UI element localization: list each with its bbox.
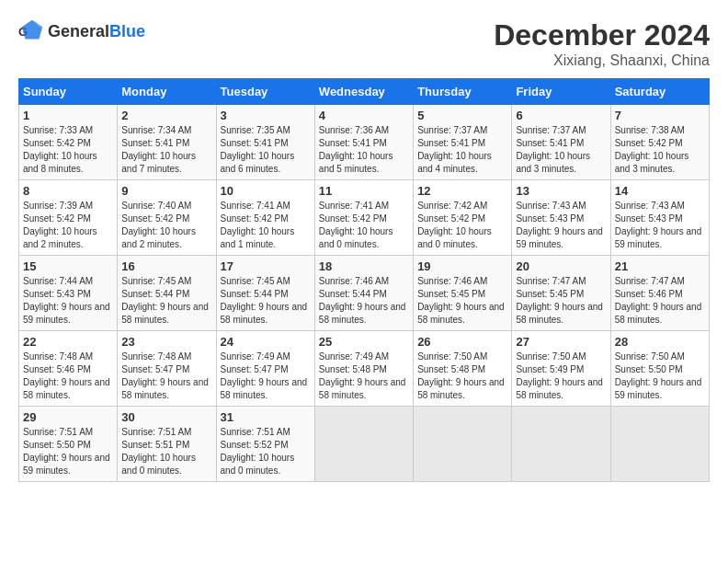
day-info: Sunrise: 7:50 AMSunset: 5:50 PMDaylight:… [615,350,705,402]
column-header-saturday: Saturday [610,79,709,105]
column-header-tuesday: Tuesday [216,79,314,105]
day-info: Sunrise: 7:43 AMSunset: 5:43 PMDaylight:… [516,200,606,251]
calendar-week-5: 29Sunrise: 7:51 AMSunset: 5:50 PMDayligh… [19,407,710,482]
calendar-cell: 17Sunrise: 7:45 AMSunset: 5:44 PMDayligh… [216,256,314,331]
day-number: 9 [121,184,211,198]
calendar-cell: 4Sunrise: 7:36 AMSunset: 5:41 PMDaylight… [314,105,413,180]
calendar-cell: 11Sunrise: 7:41 AMSunset: 5:42 PMDayligh… [314,180,413,256]
day-info: Sunrise: 7:49 AMSunset: 5:47 PMDaylight:… [221,350,311,402]
calendar-cell: 3Sunrise: 7:35 AMSunset: 5:41 PMDaylight… [216,105,314,180]
day-info: Sunrise: 7:44 AMSunset: 5:43 PMDaylight:… [23,275,113,327]
day-number: 11 [319,184,409,198]
calendar-week-3: 15Sunrise: 7:44 AMSunset: 5:43 PMDayligh… [19,256,710,331]
title-block: December 2024 Xixiang, Shaanxi, China [494,18,710,69]
day-number: 4 [319,109,409,122]
page-subtitle: Xixiang, Shaanxi, China [494,52,710,69]
calendar-cell: 19Sunrise: 7:46 AMSunset: 5:45 PMDayligh… [414,256,512,331]
day-number: 18 [319,259,409,273]
day-number: 19 [417,259,507,273]
day-number: 16 [121,259,211,273]
day-number: 2 [121,109,211,122]
calendar-cell: 13Sunrise: 7:43 AMSunset: 5:43 PMDayligh… [512,180,610,256]
day-number: 25 [319,335,409,349]
day-number: 27 [516,335,606,349]
day-info: Sunrise: 7:50 AMSunset: 5:48 PMDaylight:… [417,350,507,402]
day-number: 17 [221,259,311,273]
column-header-thursday: Thursday [414,79,512,105]
day-info: Sunrise: 7:46 AMSunset: 5:44 PMDaylight:… [319,275,409,327]
day-number: 5 [417,109,507,122]
page-title: December 2024 [494,18,710,52]
calendar-cell: 25Sunrise: 7:49 AMSunset: 5:48 PMDayligh… [314,331,413,407]
calendar-cell: 9Sunrise: 7:40 AMSunset: 5:42 PMDaylight… [118,180,216,256]
calendar-cell: 22Sunrise: 7:48 AMSunset: 5:46 PMDayligh… [19,331,118,407]
calendar-cell: 1Sunrise: 7:33 AMSunset: 5:42 PMDaylight… [19,105,118,180]
day-number: 20 [516,259,606,273]
calendar-cell: 20Sunrise: 7:47 AMSunset: 5:45 PMDayligh… [512,256,610,331]
day-number: 21 [615,259,705,273]
day-info: Sunrise: 7:35 AMSunset: 5:41 PMDaylight:… [221,124,311,176]
column-header-wednesday: Wednesday [314,79,413,105]
day-info: Sunrise: 7:48 AMSunset: 5:47 PMDaylight:… [121,350,211,402]
day-info: Sunrise: 7:49 AMSunset: 5:48 PMDaylight:… [319,350,409,402]
day-info: Sunrise: 7:33 AMSunset: 5:42 PMDaylight:… [23,124,113,176]
calendar-cell: 5Sunrise: 7:37 AMSunset: 5:41 PMDaylight… [414,105,512,180]
day-number: 29 [23,410,113,424]
calendar-cell: 10Sunrise: 7:41 AMSunset: 5:42 PMDayligh… [216,180,314,256]
day-number: 6 [516,109,606,122]
logo: G GeneralBlue [18,18,145,44]
column-header-friday: Friday [512,79,610,105]
calendar-cell-empty [512,407,610,482]
day-info: Sunrise: 7:39 AMSunset: 5:42 PMDaylight:… [23,200,113,251]
logo-general: General [48,22,109,40]
calendar-cell: 8Sunrise: 7:39 AMSunset: 5:42 PMDaylight… [19,180,118,256]
calendar-week-2: 8Sunrise: 7:39 AMSunset: 5:42 PMDaylight… [19,180,710,256]
calendar-cell: 29Sunrise: 7:51 AMSunset: 5:50 PMDayligh… [19,407,118,482]
day-info: Sunrise: 7:46 AMSunset: 5:45 PMDaylight:… [417,275,507,327]
day-info: Sunrise: 7:45 AMSunset: 5:44 PMDaylight:… [121,275,211,327]
calendar-cell: 28Sunrise: 7:50 AMSunset: 5:50 PMDayligh… [610,331,709,407]
day-number: 31 [221,410,311,424]
logo-blue: Blue [109,22,145,40]
day-info: Sunrise: 7:40 AMSunset: 5:42 PMDaylight:… [121,200,211,251]
day-info: Sunrise: 7:36 AMSunset: 5:41 PMDaylight:… [319,124,409,176]
page-header: G GeneralBlue December 2024 Xixiang, Sha… [18,18,710,69]
day-number: 24 [221,335,311,349]
day-info: Sunrise: 7:51 AMSunset: 5:52 PMDaylight:… [221,426,311,477]
calendar-cell: 27Sunrise: 7:50 AMSunset: 5:49 PMDayligh… [512,331,610,407]
calendar-cell-empty [414,407,512,482]
svg-marker-1 [22,20,42,40]
day-number: 1 [23,109,113,122]
calendar-week-1: 1Sunrise: 7:33 AMSunset: 5:42 PMDaylight… [19,105,710,180]
calendar-cell: 15Sunrise: 7:44 AMSunset: 5:43 PMDayligh… [19,256,118,331]
day-number: 26 [417,335,507,349]
day-info: Sunrise: 7:43 AMSunset: 5:43 PMDaylight:… [615,200,705,251]
calendar-cell: 7Sunrise: 7:38 AMSunset: 5:42 PMDaylight… [610,105,709,180]
day-info: Sunrise: 7:34 AMSunset: 5:41 PMDaylight:… [121,124,211,176]
column-header-sunday: Sunday [19,79,118,105]
day-info: Sunrise: 7:48 AMSunset: 5:46 PMDaylight:… [23,350,113,402]
day-number: 8 [23,184,113,198]
day-info: Sunrise: 7:45 AMSunset: 5:44 PMDaylight:… [221,275,311,327]
calendar-header-row: SundayMondayTuesdayWednesdayThursdayFrid… [19,79,710,105]
day-info: Sunrise: 7:50 AMSunset: 5:49 PMDaylight:… [516,350,606,402]
day-number: 12 [417,184,507,198]
calendar-cell: 2Sunrise: 7:34 AMSunset: 5:41 PMDaylight… [118,105,216,180]
calendar-cell: 18Sunrise: 7:46 AMSunset: 5:44 PMDayligh… [314,256,413,331]
day-number: 15 [23,259,113,273]
day-number: 3 [221,109,311,122]
calendar-cell: 24Sunrise: 7:49 AMSunset: 5:47 PMDayligh… [216,331,314,407]
day-number: 23 [121,335,211,349]
calendar-cell: 6Sunrise: 7:37 AMSunset: 5:41 PMDaylight… [512,105,610,180]
day-info: Sunrise: 7:51 AMSunset: 5:51 PMDaylight:… [121,426,211,477]
day-info: Sunrise: 7:42 AMSunset: 5:42 PMDaylight:… [417,200,507,251]
calendar-cell: 26Sunrise: 7:50 AMSunset: 5:48 PMDayligh… [414,331,512,407]
calendar-cell: 23Sunrise: 7:48 AMSunset: 5:47 PMDayligh… [118,331,216,407]
calendar-cell: 12Sunrise: 7:42 AMSunset: 5:42 PMDayligh… [414,180,512,256]
day-info: Sunrise: 7:41 AMSunset: 5:42 PMDaylight:… [319,200,409,251]
day-number: 22 [23,335,113,349]
calendar-table: SundayMondayTuesdayWednesdayThursdayFrid… [18,78,710,482]
calendar-cell-empty [314,407,413,482]
day-number: 13 [516,184,606,198]
day-info: Sunrise: 7:51 AMSunset: 5:50 PMDaylight:… [23,426,113,477]
